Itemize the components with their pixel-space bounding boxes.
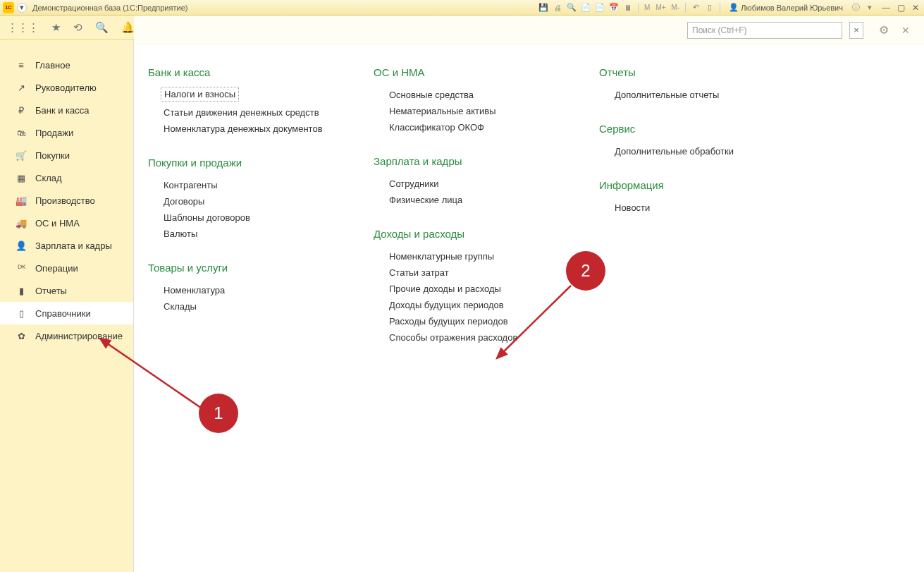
- link-news[interactable]: Новости: [599, 200, 768, 216]
- back-icon[interactable]: ↶: [690, 2, 701, 13]
- sidebar-item-label: Отчеты: [35, 286, 67, 296]
- search-icon[interactable]: 🔍: [95, 21, 109, 34]
- search-clear-button[interactable]: ×: [849, 22, 863, 39]
- print-icon[interactable]: 🖨: [552, 2, 563, 13]
- link-expense-methods[interactable]: Способы отражения расходов: [374, 329, 557, 346]
- section-title: Покупки и продажи: [148, 157, 331, 169]
- minimize-button[interactable]: —: [880, 3, 892, 13]
- sidebar-item-main[interactable]: ≡Главное: [0, 54, 133, 76]
- sidebar-item-reports[interactable]: ▮Отчеты: [0, 279, 133, 302]
- link-additional-reports[interactable]: Дополнительные отчеты: [599, 87, 768, 103]
- sidebar-item-operations[interactable]: ᴰᴷОперации: [0, 257, 133, 279]
- sidebar-item-hr[interactable]: 👤Зарплата и кадры: [0, 234, 133, 257]
- link-future-income[interactable]: Доходы будущих периодов: [374, 297, 557, 313]
- sidebar-item-catalogs[interactable]: ▯Справочники: [0, 302, 133, 324]
- doc1-icon[interactable]: 📄: [580, 2, 591, 13]
- bell-icon[interactable]: 🔔: [121, 21, 135, 34]
- user-icon: 👤: [729, 3, 739, 12]
- sidebar-item-production[interactable]: 🏭Производство: [0, 189, 133, 212]
- section-title: Банк и касса: [148, 66, 331, 78]
- sidebar-item-manager[interactable]: ↗Руководителю: [0, 76, 133, 99]
- dk-icon: ᴰᴷ: [14, 262, 28, 274]
- bag-icon: 🛍: [14, 127, 28, 138]
- link-contracts[interactable]: Договоры: [148, 193, 331, 209]
- link-contract-templates[interactable]: Шаблоны договоров: [148, 209, 331, 226]
- toolbar-icons: 💾 🖨 🔍 📄 📄 📅 🖩 M M+ M- ↶ ▯ 👤 Любимов Вале…: [538, 2, 875, 13]
- link-other-income[interactable]: Прочие доходы и расходы: [374, 281, 557, 297]
- link-individuals[interactable]: Физические лица: [374, 192, 557, 208]
- memory-mplus[interactable]: M+: [654, 4, 667, 11]
- link-counterparties[interactable]: Контрагенты: [148, 177, 331, 193]
- sidebar-item-label: Главное: [35, 60, 70, 71]
- calc-icon[interactable]: 🖩: [622, 2, 634, 13]
- user-label[interactable]: 👤 Любимов Валерий Юрьевич: [729, 3, 843, 12]
- section-title: Отчеты: [599, 66, 768, 78]
- section-title: Зарплата и кадры: [374, 155, 557, 167]
- section-income: Доходы и расходы Номенклатурные группы С…: [374, 228, 557, 346]
- maximize-button[interactable]: ▢: [895, 3, 907, 13]
- sidebar-item-label: Склад: [35, 173, 62, 183]
- sidebar-item-admin[interactable]: ✿Администрирование: [0, 324, 133, 347]
- titlebar: 1C ▾ Демонстрационная база (1С:Предприят…: [0, 0, 924, 16]
- link-employees[interactable]: Сотрудники: [374, 176, 557, 192]
- sidebar-item-warehouse[interactable]: ▦Склад: [0, 166, 133, 189]
- sidebar-item-sales[interactable]: 🛍Продажи: [0, 121, 133, 144]
- book-icon: ▯: [14, 308, 28, 319]
- sidebar-item-label: Банк и касса: [35, 105, 90, 116]
- memory-mminus[interactable]: M-: [670, 4, 682, 11]
- section-assets: ОС и НМА Основные средства Нематериальны…: [374, 66, 557, 135]
- star-icon[interactable]: ★: [51, 21, 61, 34]
- link-cashflow[interactable]: Статьи движения денежных средств: [148, 104, 331, 121]
- sidebar-item-assets[interactable]: 🚚ОС и НМА: [0, 212, 133, 234]
- apps-icon[interactable]: ⋮⋮⋮: [7, 21, 39, 34]
- sidebar-item-label: Продажи: [35, 128, 73, 138]
- section-title: Доходы и расходы: [374, 228, 557, 240]
- doc2-icon[interactable]: 📄: [594, 2, 605, 13]
- link-currencies[interactable]: Валюты: [148, 226, 331, 242]
- quicknav-bar: ⋮⋮⋮ ★ ⟲ 🔍 🔔: [0, 16, 134, 39]
- settings-gear-icon[interactable]: ⚙: [879, 23, 889, 37]
- save-icon[interactable]: 💾: [538, 2, 549, 13]
- memory-m[interactable]: M: [643, 4, 651, 11]
- search-placeholder: Поиск (Ctrl+F): [692, 25, 747, 35]
- panel-close-icon[interactable]: ✕: [901, 25, 910, 36]
- history-icon[interactable]: ⟲: [73, 21, 82, 34]
- user-name: Любимов Валерий Юрьевич: [741, 4, 843, 12]
- preview-icon[interactable]: 🔍: [566, 2, 577, 13]
- more-icon[interactable]: ▾: [864, 2, 875, 13]
- sidebar-item-purchases[interactable]: 🛒Покупки: [0, 144, 133, 166]
- person-icon: 👤: [14, 240, 28, 251]
- sidebar-item-label: Покупки: [35, 150, 70, 161]
- link-intangibles[interactable]: Нематериальные активы: [374, 103, 557, 119]
- section-title: Товары и услуги: [148, 262, 331, 274]
- link-taxes[interactable]: Налоги и взносы: [161, 87, 239, 102]
- link-cash-docs[interactable]: Номенклатура денежных документов: [148, 121, 331, 137]
- bookmark-icon[interactable]: ▯: [704, 2, 715, 13]
- link-cost-items[interactable]: Статьи затрат: [374, 264, 557, 281]
- calendar-icon[interactable]: 📅: [608, 2, 620, 13]
- link-future-expenses[interactable]: Расходы будущих периодов: [374, 313, 557, 329]
- grid-icon: ▦: [14, 172, 28, 183]
- search-input[interactable]: Поиск (Ctrl+F): [687, 22, 842, 39]
- sidebar-item-bank[interactable]: ₽Банк и касса: [0, 99, 133, 121]
- cart-icon: 🛒: [14, 150, 28, 161]
- main-area: Поиск (Ctrl+F) × ⚙ ✕ Банк и касса Налоги…: [134, 16, 924, 572]
- factory-icon: 🏭: [14, 195, 28, 206]
- annotation-badge-1: 1: [199, 394, 238, 433]
- link-fixed-assets[interactable]: Основные средства: [374, 87, 557, 103]
- sidebar-item-label: ОС и НМА: [35, 218, 80, 229]
- sidebar-item-label: Зарплата и кадры: [35, 241, 112, 251]
- link-warehouses[interactable]: Склады: [148, 298, 331, 315]
- link-okof[interactable]: Классификатор ОКОФ: [374, 119, 557, 135]
- home-icon: ≡: [14, 59, 28, 71]
- close-button[interactable]: ✕: [910, 3, 921, 13]
- sidebar: ≡Главное ↗Руководителю ₽Банк и касса 🛍Пр…: [0, 39, 134, 572]
- sidebar-item-label: Справочники: [35, 308, 91, 319]
- sidebar-item-label: Руководителю: [35, 83, 97, 93]
- link-additional-proc[interactable]: Дополнительные обработки: [599, 143, 768, 159]
- app-dropdown-icon[interactable]: ▾: [17, 3, 27, 13]
- link-nomenclature[interactable]: Номенклатура: [148, 282, 331, 298]
- link-nom-groups[interactable]: Номенклатурные группы: [374, 248, 557, 264]
- sidebar-item-label: Операции: [35, 263, 78, 274]
- info-icon[interactable]: ⓘ: [850, 2, 861, 13]
